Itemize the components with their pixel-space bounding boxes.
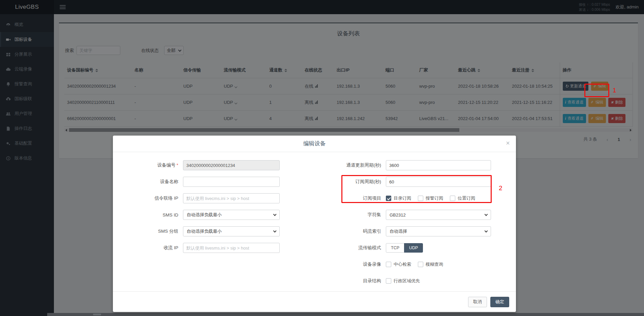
stream-mode-label: 流传输模式 — [315, 245, 381, 251]
annotation-box-1 — [584, 84, 609, 97]
catalog-struct-label: 目录结构 — [315, 278, 381, 284]
tcp-option[interactable]: TCP — [386, 243, 404, 253]
signal-ip-label: 信令联络 IP — [128, 195, 178, 201]
fuzzy-query-checkbox[interactable] — [418, 262, 423, 267]
annotation-number-2: 2 — [499, 184, 502, 192]
stream-mode-toggle: TCP UDP — [386, 243, 423, 253]
modal-title: 编辑设备 — [303, 140, 326, 147]
sms-id-select[interactable]: 自动选择负载最小 — [183, 210, 280, 220]
edit-device-modal: 编辑设备 × 设备编号* 设备名称 信令联络 IP SMS ID 自动选择负载最… — [113, 136, 516, 312]
charset-label: 字符集 — [315, 212, 381, 218]
sms-group-select[interactable]: 自动选择负载最小 — [183, 226, 280, 236]
signal-ip-field[interactable] — [183, 193, 280, 203]
chevron-down-icon — [273, 229, 277, 233]
device-name-label: 设备名称 — [128, 179, 178, 185]
admin-region-first-checkbox[interactable] — [386, 278, 391, 284]
device-name-field[interactable] — [183, 177, 280, 187]
sms-id-label: SMS ID — [128, 212, 178, 218]
device-record-label: 设备录像 — [315, 261, 381, 267]
confirm-button[interactable]: 确定 — [490, 297, 509, 307]
udp-option[interactable]: UDP — [404, 243, 423, 253]
recv-ip-field[interactable] — [183, 243, 280, 253]
channel-refresh-label: 通道更新周期(秒) — [315, 162, 381, 168]
close-icon[interactable]: × — [506, 140, 510, 146]
annotation-box-2 — [341, 175, 492, 203]
device-id-field — [183, 160, 280, 170]
stream-index-label: 码流索引 — [315, 228, 381, 234]
device-id-label: 设备编号* — [128, 162, 178, 168]
center-search-checkbox[interactable] — [386, 262, 391, 267]
annotation-number-1: 1 — [613, 87, 616, 94]
cancel-button[interactable]: 取消 — [468, 297, 487, 307]
charset-select[interactable]: GB2312 — [386, 210, 491, 220]
channel-refresh-field[interactable] — [386, 160, 491, 170]
chevron-down-icon — [485, 229, 488, 233]
stream-index-select[interactable]: 自动选择 — [386, 226, 491, 236]
required-mark: * — [177, 163, 178, 168]
chevron-down-icon — [273, 213, 277, 216]
chevron-down-icon — [485, 213, 488, 216]
recv-ip-label: 收流 IP — [128, 245, 178, 251]
sms-group-label: SMS 分组 — [128, 228, 178, 234]
